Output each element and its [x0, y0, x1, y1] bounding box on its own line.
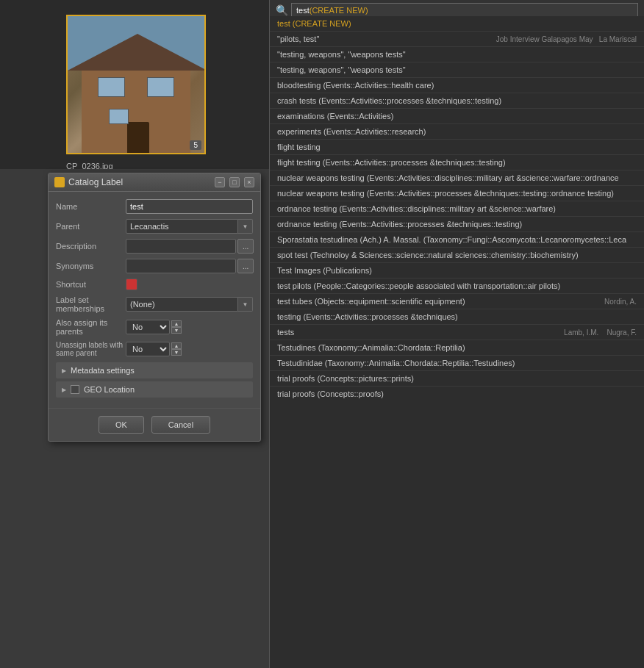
description-btn[interactable]: ...: [237, 239, 254, 254]
result-text-2: "testing, weapons", "weapons tests": [277, 50, 637, 59]
result-item-14[interactable]: Sporastatia testudinea (Ach.) A. Massal.…: [270, 232, 644, 248]
result-meta-20: Lamb, I.M. Nugra, F.: [564, 328, 637, 337]
result-item-6[interactable]: examinations (Events::Activities): [270, 109, 644, 124]
dialog-icon: [54, 177, 65, 187]
shortcut-color-swatch[interactable]: [126, 279, 137, 290]
unassign-up[interactable]: ▲: [171, 342, 182, 349]
metadata-label: Metadata settings: [71, 366, 135, 375]
unassign-row: Unassign labels with same parent No Yes …: [56, 341, 253, 357]
parent-select-wrapper: Lecanactis ▼: [126, 219, 253, 234]
result-item-2[interactable]: "testing, weapons", "weapons tests": [270, 47, 644, 62]
result-item-5[interactable]: crash tests (Events::Activities::process…: [270, 93, 644, 109]
assign-parents-down[interactable]: ▼: [171, 327, 182, 334]
synonyms-btn[interactable]: ...: [237, 259, 254, 273]
result-text-7: experiments (Events::Activities::researc…: [277, 127, 637, 136]
result-item-19[interactable]: testing (Events::Activities::processes &…: [270, 309, 644, 325]
result-item-15[interactable]: spot test (Technoloy & Sciences::science…: [270, 248, 644, 263]
result-item-12[interactable]: ordnance testing (Events::Activities::di…: [270, 201, 644, 217]
main-photo-img: 5: [66, 15, 206, 154]
parent-row: Parent Lecanactis ▼: [56, 219, 253, 234]
dialog-minimize-btn[interactable]: −: [215, 177, 225, 187]
result-item-1[interactable]: "pilots, test" Job Interview Galapagos M…: [270, 32, 644, 47]
dropdown-list: test (CREATE NEW) "pilots, test" Job Int…: [270, 16, 644, 398]
dialog-title-text: Catalog Label: [68, 177, 215, 187]
parent-select-arrow: ▼: [238, 219, 253, 234]
dialog-body: Name Parent Lecanactis ▼ Description ..: [49, 192, 260, 408]
result-item-20[interactable]: tests Lamb, I.M. Nugra, F.: [270, 325, 644, 340]
result-item-8[interactable]: flight testing: [270, 140, 644, 155]
dialog-footer: OK Cancel: [49, 408, 260, 441]
result-text-4: bloodtesting (Events::Activities::health…: [277, 81, 637, 90]
description-label: Description: [56, 242, 126, 251]
result-item-4[interactable]: bloodtesting (Events::Activities::health…: [270, 78, 644, 93]
shortcut-label: Shortcut: [56, 280, 126, 289]
synonyms-row: Synonyms ...: [56, 259, 253, 273]
search-create-new: (CREATE NEW): [310, 6, 368, 15]
right-panel: 🔍 test (CREATE NEW) test (CREATE NEW) "p…: [269, 0, 644, 668]
result-item-3[interactable]: "testing, weapons", "weapons tests": [270, 62, 644, 78]
description-row: Description ...: [56, 239, 253, 254]
name-row: Name: [56, 199, 253, 214]
search-text: test: [296, 6, 310, 15]
photo-filename: CP_0236.jpg: [66, 162, 113, 169]
result-item-11[interactable]: nuclear weapons testing (Events::Activit…: [270, 186, 644, 201]
label-set-label: Label set memberships: [56, 295, 126, 313]
unassign-down[interactable]: ▼: [171, 349, 182, 356]
result-text-19: testing (Events::Activities::processes &…: [277, 312, 637, 321]
cancel-button[interactable]: Cancel: [151, 416, 210, 434]
result-item-18[interactable]: test tubes (Objects::equipment::scientif…: [270, 294, 644, 309]
parent-select[interactable]: Lecanactis: [126, 219, 238, 234]
result-text-6: examinations (Events::Activities): [277, 112, 637, 121]
result-item-17[interactable]: test pilots (People::Categories::people …: [270, 279, 644, 294]
result-text-11: nuclear weapons testing (Events::Activit…: [277, 189, 637, 198]
label-set-row: Label set memberships (None) ▼: [56, 295, 253, 313]
result-item-24[interactable]: trial proofs (Concepts::proofs): [270, 387, 644, 398]
assign-parents-up[interactable]: ▲: [171, 320, 182, 327]
main-photo-item[interactable]: ★ ★ ★ 5 CP_0236.jpg: [66, 15, 206, 154]
dialog-title-bar: Catalog Label − □ ×: [49, 173, 260, 192]
assign-parents-select[interactable]: No Yes: [126, 320, 170, 334]
unassign-select[interactable]: No Yes: [126, 342, 170, 356]
result-item-21[interactable]: Testudines (Taxonomy::Animalia::Chordata…: [270, 340, 644, 356]
result-item-16[interactable]: Test Images (Publications): [270, 263, 644, 279]
assign-parents-spinner-btns: ▲ ▼: [171, 320, 182, 334]
geo-location-section[interactable]: ▶ GEO Location: [56, 381, 253, 398]
metadata-settings-section[interactable]: ▶ Metadata settings: [56, 362, 253, 378]
geo-label: GEO Location: [84, 385, 135, 394]
result-text-22: Testudinidae (Taxonomy::Animalia::Chorda…: [277, 359, 637, 367]
result-item-22[interactable]: Testudinidae (Taxonomy::Animalia::Chorda…: [270, 356, 644, 371]
ok-button[interactable]: OK: [99, 416, 144, 434]
photo-strip: ★ ★ ★ 5 CP_0236.jpg: [0, 0, 272, 169]
result-text-20: tests: [277, 328, 564, 337]
result-item-13[interactable]: ordnance testing (Events::Activities::pr…: [270, 217, 644, 232]
result-text-17: test pilots (People::Categories::people …: [277, 281, 637, 290]
result-text-0: test (CREATE NEW): [277, 19, 637, 28]
result-text-13: ordnance testing (Events::Activities::pr…: [277, 220, 637, 229]
dialog-controls: − □ ×: [215, 177, 254, 187]
label-set-select[interactable]: (None): [126, 297, 238, 312]
dialog-maximize-btn[interactable]: □: [229, 177, 240, 187]
result-text-9: flight testing (Events::Activities::proc…: [277, 158, 637, 167]
result-text-23: trial proofs (Concepts::pictures::prints…: [277, 374, 637, 383]
result-text-3: "testing, weapons", "weapons tests": [277, 65, 637, 74]
result-item-10[interactable]: nuclear weapons testing (Events::Activit…: [270, 170, 644, 186]
result-item-9[interactable]: flight testing (Events::Activities::proc…: [270, 155, 644, 170]
label-set-arrow: ▼: [238, 297, 253, 312]
synonyms-input[interactable]: [126, 259, 236, 273]
search-input-display[interactable]: test (CREATE NEW): [291, 3, 638, 18]
result-item-0[interactable]: test (CREATE NEW): [270, 16, 644, 32]
description-input-group: ...: [126, 239, 254, 254]
unassign-spinner: No Yes ▲ ▼: [126, 342, 182, 356]
dialog-close-btn[interactable]: ×: [244, 177, 254, 187]
synonyms-input-group: ...: [126, 259, 254, 273]
result-item-23[interactable]: trial proofs (Concepts::pictures::prints…: [270, 371, 644, 387]
result-item-7[interactable]: experiments (Events::Activities::researc…: [270, 124, 644, 140]
name-input[interactable]: [126, 199, 253, 214]
result-text-15: spot test (Technoloy & Sciences::science…: [277, 251, 637, 259]
description-input[interactable]: [126, 239, 236, 254]
geo-checkbox[interactable]: [71, 385, 79, 394]
geo-arrow-icon: ▶: [62, 387, 66, 393]
shortcut-row: Shortcut: [56, 279, 253, 290]
result-text-12: ordnance testing (Events::Activities::di…: [277, 204, 637, 213]
result-meta-18: Nordin, A.: [604, 298, 637, 306]
